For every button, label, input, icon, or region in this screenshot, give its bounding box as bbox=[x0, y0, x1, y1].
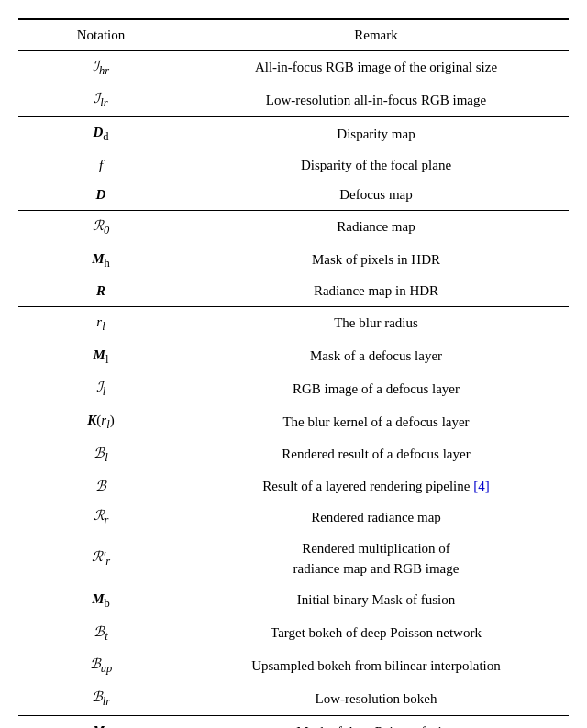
remark-cell: Mask of a defocus layer bbox=[183, 340, 569, 373]
remark-cell: Low-resolution all-in-focus RGB image bbox=[183, 83, 569, 116]
table-row: ℐl RGB image of a defocus layer bbox=[18, 372, 569, 405]
table-row: ℛ′r Rendered multiplication ofradiance m… bbox=[18, 534, 569, 584]
remark-cell: Upsampled bokeh from bilinear interpolat… bbox=[183, 649, 569, 682]
header-remark: Remark bbox=[183, 19, 569, 50]
remark-cell: All-in-focus RGB image of the original s… bbox=[183, 50, 569, 83]
remark-cell: The blur radius bbox=[183, 306, 569, 339]
remark-cell: Radiance map in HDR bbox=[183, 276, 569, 306]
notation-cell: Ml bbox=[18, 340, 183, 373]
notation-cell: ℛr bbox=[18, 501, 183, 534]
remark-cell: Disparity of the focal plane bbox=[183, 150, 569, 181]
notation-cell: D bbox=[18, 180, 183, 210]
notation-cell: ℐhr bbox=[18, 50, 183, 83]
remark-cell: Mask of pixels in HDR bbox=[183, 244, 569, 277]
notation-cell: ℬlr bbox=[18, 682, 183, 715]
notation-cell: f bbox=[18, 150, 183, 181]
main-table-container: Notation Remark ℐhr All-in-focus RGB ima… bbox=[18, 18, 569, 728]
remark-cell-multiline: Rendered multiplication ofradiance map a… bbox=[183, 534, 569, 584]
reference-link[interactable]: [4] bbox=[473, 479, 490, 493]
table-row: Mb Initial binary Mask of fusion bbox=[18, 584, 569, 617]
remark-cell: Disparity map bbox=[183, 117, 569, 150]
remark-cell: Defocus map bbox=[183, 180, 569, 210]
table-row: rl The blur radius bbox=[18, 306, 569, 339]
notation-cell: Ms bbox=[18, 715, 183, 728]
notation-cell: ℐl bbox=[18, 372, 183, 405]
notation-cell: ℐlr bbox=[18, 83, 183, 116]
table-row: ℬlr Low-resolution bokeh bbox=[18, 682, 569, 715]
notation-cell: Dd bbox=[18, 117, 183, 150]
table-row: D Defocus map bbox=[18, 180, 569, 210]
notation-cell: Mb bbox=[18, 584, 183, 617]
notation-table: Notation Remark ℐhr All-in-focus RGB ima… bbox=[18, 18, 569, 728]
table-row: Dd Disparity map bbox=[18, 117, 569, 150]
table-row: f Disparity of the focal plane bbox=[18, 150, 569, 181]
notation-cell: ℬt bbox=[18, 617, 183, 650]
notation-cell: ℛ′r bbox=[18, 534, 183, 584]
header-notation: Notation bbox=[18, 19, 183, 50]
remark-cell: Radiance map bbox=[183, 210, 569, 243]
table-row: ℬup Upsampled bokeh from bilinear interp… bbox=[18, 649, 569, 682]
notation-cell: R bbox=[18, 276, 183, 306]
notation-cell: ℬl bbox=[18, 438, 183, 471]
table-row: K(rl) The blur kernel of a defocus layer bbox=[18, 405, 569, 438]
table-row: ℬt Target bokeh of deep Poisson network bbox=[18, 617, 569, 650]
remark-cell: Mask of deep Poisson fusion bbox=[183, 715, 569, 728]
remark-cell: Low-resolution bokeh bbox=[183, 682, 569, 715]
remark-cell: Result of a layered rendering pipeline [… bbox=[183, 471, 569, 502]
table-row: ℛ0 Radiance map bbox=[18, 210, 569, 243]
notation-cell: rl bbox=[18, 306, 183, 339]
notation-cell: Mh bbox=[18, 244, 183, 277]
table-row: Ml Mask of a defocus layer bbox=[18, 340, 569, 373]
remark-cell: Initial binary Mask of fusion bbox=[183, 584, 569, 617]
remark-cell: Rendered radiance map bbox=[183, 501, 569, 534]
remark-cell: Rendered result of a defocus layer bbox=[183, 438, 569, 471]
notation-cell: ℬ bbox=[18, 471, 183, 502]
remark-cell: RGB image of a defocus layer bbox=[183, 372, 569, 405]
notation-cell: K(rl) bbox=[18, 405, 183, 438]
table-row: ℐhr All-in-focus RGB image of the origin… bbox=[18, 50, 569, 83]
notation-cell: ℬup bbox=[18, 649, 183, 682]
table-row: ℬl Rendered result of a defocus layer bbox=[18, 438, 569, 471]
table-row: Ms Mask of deep Poisson fusion bbox=[18, 715, 569, 728]
remark-cell: The blur kernel of a defocus layer bbox=[183, 405, 569, 438]
table-row: Mh Mask of pixels in HDR bbox=[18, 244, 569, 277]
table-row: R Radiance map in HDR bbox=[18, 276, 569, 306]
table-row: ℬ Result of a layered rendering pipeline… bbox=[18, 471, 569, 502]
notation-cell: ℛ0 bbox=[18, 210, 183, 243]
table-row: ℐlr Low-resolution all-in-focus RGB imag… bbox=[18, 83, 569, 116]
remark-cell: Target bokeh of deep Poisson network bbox=[183, 617, 569, 650]
table-row: ℛr Rendered radiance map bbox=[18, 501, 569, 534]
